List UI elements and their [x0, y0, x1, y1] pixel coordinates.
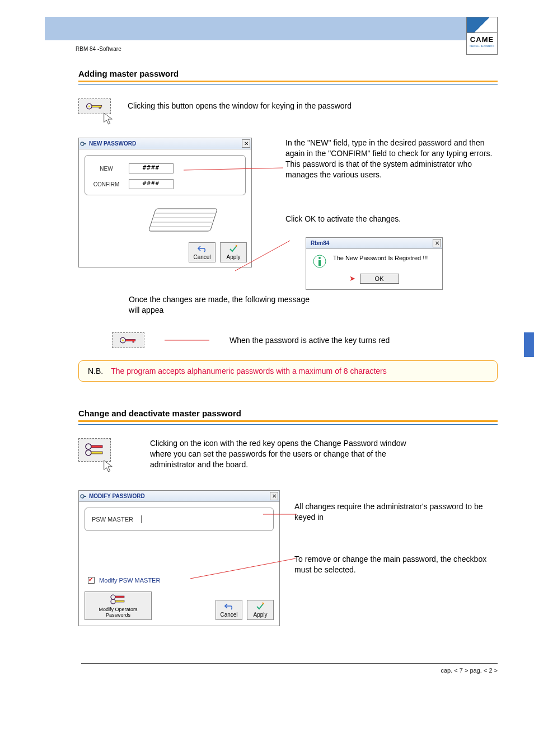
intro-text: Clicking this button opens the window fo… [128, 101, 352, 111]
nb-label: N.B. [88, 367, 103, 375]
svg-rect-5 [84, 143, 86, 144]
svg-point-27 [111, 595, 115, 599]
msgbox-title: Rbm84 [311, 240, 329, 246]
key-icon [86, 102, 104, 110]
admin-password-text: All changes require the administrator's … [294, 501, 498, 523]
modify-psw-label: Modify PSW MASTER [99, 577, 160, 584]
page-footer: cap. < 7 > pag. < 2 > [81, 663, 498, 674]
rule-orange [78, 81, 498, 82]
svg-rect-6 [148, 209, 217, 231]
ok-button[interactable]: OK [360, 274, 399, 284]
dialog-key-icon [80, 140, 87, 147]
svg-rect-26 [84, 496, 86, 497]
cursor-icon [102, 459, 114, 473]
svg-point-4 [81, 142, 84, 145]
keyboard-illustration [140, 204, 219, 238]
key-button-active-icon[interactable] [112, 332, 144, 348]
modify-password-dialog: MODIFY PASSWORD ✕ PSW MASTER Modify PSW … [78, 490, 280, 626]
close-icon[interactable]: ✕ [242, 139, 250, 148]
modify-psw-checkbox[interactable] [88, 577, 95, 584]
rule-orange [78, 420, 498, 422]
psw-master-label: PSW MASTER [92, 516, 133, 523]
svg-point-17 [122, 340, 124, 341]
svg-rect-19 [133, 341, 134, 342]
svg-point-12 [318, 257, 321, 259]
remove-password-text: To remove or change the main password, t… [294, 554, 498, 575]
confirm-password-field[interactable]: #### [129, 179, 174, 189]
explain-text: In the "NEW" field, type in the desired … [285, 138, 498, 180]
dialog-key-icon [80, 493, 87, 500]
close-icon[interactable]: ✕ [433, 239, 441, 247]
svg-rect-22 [91, 445, 102, 448]
check-icon [229, 245, 238, 252]
svg-point-29 [111, 599, 115, 604]
logo-subtext: CANCELLI AUTOMATICI [467, 44, 497, 48]
key-red-icon [119, 336, 137, 344]
modify-operators-label: Modify Operators Passwords [99, 607, 137, 618]
psw-master-field[interactable] [141, 515, 142, 523]
check-icon [256, 602, 265, 610]
undo-icon [224, 602, 233, 610]
document-reference: RBM 84 -Software [76, 46, 498, 52]
rule-blue [78, 424, 498, 425]
apply-label: Apply [226, 254, 240, 260]
key-red-text: When the password is active the key turn… [229, 335, 390, 346]
svg-point-1 [88, 105, 90, 107]
nb-text: The program accepts alphanumeric passwor… [111, 367, 387, 375]
title-bar [45, 17, 498, 40]
note-box: N.B. The program accepts alphanumeric pa… [78, 360, 498, 382]
info-icon [313, 255, 326, 268]
apply-button[interactable]: Apply [220, 242, 247, 262]
new-label: NEW [91, 166, 122, 172]
confirmation-msgbox: Rbm84 ✕ The New Password Is Registred !!… [306, 237, 443, 290]
svg-rect-28 [115, 596, 124, 598]
svg-point-25 [81, 495, 84, 498]
cancel-button[interactable]: Cancel [216, 600, 242, 620]
svg-rect-24 [91, 452, 102, 454]
brand-logo: CAME CANCELLI AUTOMATICI [466, 17, 498, 55]
page-side-tab [524, 332, 534, 357]
modify-dialog-title: MODIFY PASSWORD [89, 493, 145, 499]
msgbox-text: The New Password Is Registred !!! [333, 255, 428, 261]
rule-blue [78, 84, 498, 85]
key-stack-icon [85, 442, 105, 458]
svg-point-23 [86, 450, 91, 456]
section-title-change: Change and deactivate master password [78, 408, 498, 418]
arrow-icon: ➤ [349, 274, 355, 283]
new-password-field[interactable]: #### [129, 163, 174, 173]
section-title-add: Adding master password [78, 69, 498, 78]
cancel-button[interactable]: Cancel [189, 242, 216, 262]
key-stack-icon [110, 594, 127, 605]
svg-rect-2 [92, 105, 102, 107]
confirm-label: CONFIRM [91, 181, 122, 187]
undo-icon [198, 245, 207, 252]
close-icon[interactable]: ✕ [270, 492, 278, 500]
svg-rect-30 [115, 600, 124, 602]
svg-point-21 [86, 444, 91, 449]
key-stack-button[interactable] [78, 438, 111, 462]
apply-label: Apply [253, 612, 267, 618]
cancel-label: Cancel [193, 254, 210, 260]
logo-text: CAME [467, 33, 497, 44]
svg-rect-3 [99, 107, 100, 109]
new-password-dialog: NEW PASSWORD ✕ NEW #### CONFIRM #### [78, 138, 252, 267]
section2-intro: Clicking on the icon with the red key op… [150, 438, 407, 470]
svg-rect-13 [318, 260, 321, 266]
apply-button[interactable]: Apply [247, 600, 274, 620]
svg-rect-18 [125, 340, 135, 341]
leader-line [165, 340, 209, 341]
cancel-label: Cancel [220, 612, 237, 618]
dialog-title: NEW PASSWORD [89, 140, 136, 147]
once-message-text: Once the changes are made, the following… [129, 294, 313, 316]
modify-operators-button[interactable]: Modify Operators Passwords [85, 591, 152, 620]
click-ok-text: Click OK to activate the changes. [285, 214, 498, 224]
cursor-icon [102, 112, 114, 125]
